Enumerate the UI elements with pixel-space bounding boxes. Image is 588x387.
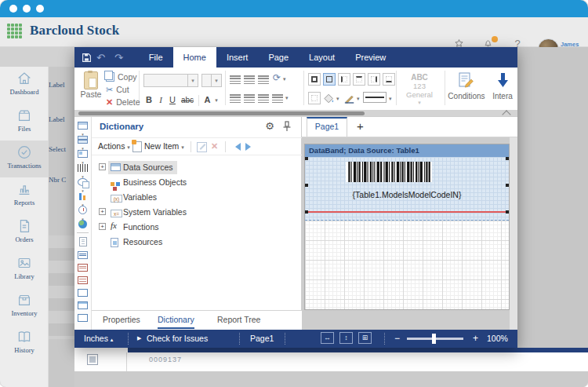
chevron-down-icon[interactable]: ▾ bbox=[213, 93, 220, 107]
barcode-component[interactable] bbox=[346, 162, 432, 182]
border-top-button[interactable] bbox=[353, 73, 365, 86]
tree-item-functions[interactable]: + fx Functions bbox=[92, 221, 302, 235]
units-menu[interactable]: Inches ▴ bbox=[84, 334, 113, 343]
chevron-down-icon[interactable]: ▾ bbox=[357, 96, 360, 102]
designer-tab-file[interactable]: File bbox=[139, 47, 173, 68]
chevron-down-icon[interactable]: ▾ bbox=[336, 96, 339, 102]
border-all-button[interactable] bbox=[308, 73, 321, 86]
zoom-slider-thumb[interactable] bbox=[432, 334, 436, 344]
sidebar-item-library[interactable]: Library bbox=[0, 251, 49, 288]
canvas-scrollbar[interactable] bbox=[510, 137, 517, 330]
sidebar-item-history[interactable]: History bbox=[0, 325, 49, 362]
zoom-multiple-pages-button[interactable]: ⊞ bbox=[358, 332, 372, 344]
selection-handle[interactable] bbox=[506, 184, 509, 187]
pen-color-icon[interactable] bbox=[344, 93, 355, 104]
border-none-button[interactable] bbox=[308, 92, 321, 104]
font-name-select[interactable]: ▾ bbox=[143, 74, 198, 87]
tab-page1[interactable]: Page1 bbox=[307, 117, 347, 137]
zoom-out-button[interactable]: − bbox=[394, 333, 400, 344]
tree-item-business-objects[interactable]: Business Objects bbox=[92, 176, 302, 191]
bold-button[interactable]: B bbox=[143, 93, 154, 107]
window-control-dot[interactable] bbox=[23, 5, 31, 13]
move-down-icon[interactable] bbox=[245, 143, 255, 151]
align-middle-icon[interactable] bbox=[244, 94, 255, 103]
cut-button[interactable]: ✂ Cut bbox=[106, 85, 129, 94]
zoom-in-button[interactable]: + bbox=[473, 333, 478, 344]
border-left-button[interactable] bbox=[338, 73, 350, 86]
statusbar-page-label[interactable]: Page1 bbox=[250, 334, 274, 343]
expander-icon[interactable]: + bbox=[99, 163, 106, 170]
designer-tab-home[interactable]: Home bbox=[173, 47, 216, 68]
align-center-icon[interactable] bbox=[244, 75, 255, 84]
italic-button[interactable]: I bbox=[156, 93, 165, 107]
add-page-button[interactable]: + bbox=[357, 119, 364, 133]
paste-button[interactable]: Paste bbox=[78, 71, 103, 99]
actions-menu[interactable]: Actions ▾ bbox=[98, 141, 130, 151]
redo-icon[interactable]: ↷ bbox=[114, 52, 123, 64]
zoom-page-width-button[interactable]: ↔ bbox=[321, 332, 334, 344]
fill-color-icon[interactable] bbox=[324, 93, 335, 104]
designer-tab-page[interactable]: Page bbox=[258, 47, 299, 68]
page-grid[interactable] bbox=[305, 221, 509, 309]
tab-dictionary[interactable]: Dictionary bbox=[158, 315, 194, 329]
sidebar-item-orders[interactable]: Orders bbox=[0, 214, 49, 251]
toolbox-map-icon[interactable] bbox=[76, 217, 89, 232]
report-page[interactable]: DataBand; Data Source: Table1 {Table1.Mo… bbox=[304, 144, 510, 310]
window-control-dot[interactable] bbox=[9, 5, 17, 13]
new-item-menu[interactable]: New Item ▾ bbox=[144, 141, 184, 151]
align-bottom-icon[interactable] bbox=[258, 94, 269, 103]
justify-icon[interactable] bbox=[272, 94, 283, 103]
selection-handle[interactable] bbox=[506, 210, 509, 214]
delete-button[interactable]: ✕ Delete bbox=[106, 97, 140, 107]
tree-item-data-sources[interactable]: + Data Sources bbox=[92, 161, 302, 176]
expander-icon[interactable]: + bbox=[99, 223, 106, 230]
conditions-button[interactable]: Conditions bbox=[446, 71, 487, 100]
row-checkbox[interactable] bbox=[87, 354, 98, 365]
designer-tab-insert[interactable]: Insert bbox=[216, 47, 259, 68]
edit-icon[interactable] bbox=[197, 142, 207, 152]
border-outside-button[interactable] bbox=[323, 73, 336, 86]
check-for-issues-button[interactable]: Check for Issues bbox=[147, 334, 208, 343]
band-footer-area[interactable] bbox=[305, 213, 509, 221]
save-icon[interactable] bbox=[82, 53, 92, 63]
sidebar-item-files[interactable]: Files bbox=[0, 104, 49, 141]
move-up-icon[interactable] bbox=[231, 143, 241, 151]
align-right-icon[interactable] bbox=[258, 75, 269, 84]
tree-item-variables[interactable]: (x) Variables bbox=[92, 191, 302, 206]
sidebar-item-inventory[interactable]: Inventory bbox=[0, 288, 49, 325]
sidebar-item-transactions[interactable]: Transactions bbox=[0, 141, 49, 177]
selection-handle[interactable] bbox=[506, 157, 509, 160]
zoom-page-height-button[interactable]: ↕ bbox=[339, 332, 353, 344]
selection-handle[interactable] bbox=[305, 184, 308, 187]
border-style-select[interactable] bbox=[363, 92, 387, 103]
delete-item-icon[interactable]: ✕ bbox=[211, 141, 218, 152]
tab-properties[interactable]: Properties bbox=[103, 315, 140, 327]
sidebar-item-reports[interactable]: Reports bbox=[0, 177, 49, 214]
selection-handle[interactable] bbox=[305, 157, 308, 160]
strikeout-button[interactable]: abc bbox=[180, 93, 195, 107]
apps-grid-icon[interactable] bbox=[7, 24, 22, 38]
ribbon-scrollbar[interactable] bbox=[74, 110, 517, 116]
chevron-down-icon[interactable]: ▾ bbox=[389, 96, 392, 102]
expander-icon[interactable]: + bbox=[99, 208, 106, 215]
sidebar-item-dashboard[interactable]: Dashboard bbox=[0, 67, 49, 104]
font-size-select[interactable]: ▾ bbox=[201, 74, 222, 87]
rotate-icon[interactable]: ⟳ bbox=[273, 72, 281, 83]
chevron-down-icon[interactable]: ▾ bbox=[285, 95, 289, 101]
undo-icon[interactable]: ↶ bbox=[96, 52, 105, 64]
align-top-icon[interactable] bbox=[230, 94, 241, 103]
tab-report-tree[interactable]: Report Tree bbox=[217, 315, 260, 327]
chevron-down-icon[interactable]: ▾ bbox=[283, 76, 286, 82]
barcode-field-expression[interactable]: {Table1.ModelsModelCodeIN} bbox=[305, 190, 509, 199]
scrollbar-thumb[interactable] bbox=[78, 111, 365, 115]
tree-item-resources[interactable]: Resources bbox=[92, 235, 302, 250]
font-color-button[interactable]: A bbox=[202, 93, 212, 107]
window-control-dot[interactable] bbox=[36, 5, 44, 13]
designer-tab-layout[interactable]: Layout bbox=[299, 47, 345, 68]
toolbox-pagebreak-icon[interactable] bbox=[76, 311, 89, 325]
zoom-level[interactable]: 100% bbox=[487, 334, 508, 343]
gear-icon[interactable]: ⚙ bbox=[265, 120, 274, 132]
designer-tab-preview[interactable]: Preview bbox=[345, 47, 396, 68]
pin-icon[interactable] bbox=[282, 121, 292, 132]
copy-button[interactable]: Copy bbox=[106, 72, 137, 82]
